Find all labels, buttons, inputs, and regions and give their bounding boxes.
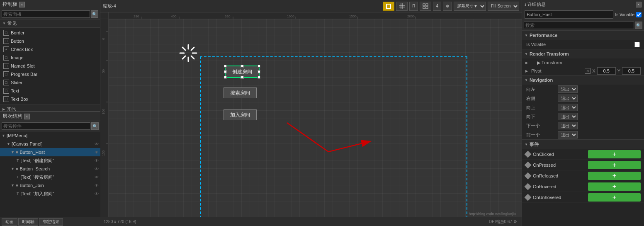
right-panel-close[interactable]: × [636, 2, 642, 7]
hierarchy-item-buttonsearch[interactable]: ▼ ■ Button_Search 👁 [0, 165, 100, 173]
hi-expand-canvas[interactable]: ▼ [7, 142, 11, 146]
svg-line-34 [191, 56, 194, 59]
tb-select-fillscreen[interactable]: Fill Screen [488, 2, 519, 11]
hi-eye-buttonhost[interactable]: 👁 [95, 150, 99, 155]
control-item-image[interactable]: □ Image [0, 53, 100, 62]
event-onhovered-row: OnHovered + [522, 181, 644, 192]
control-label-button: Button [11, 39, 24, 44]
hi-eye-buttonjoin[interactable]: 👁 [95, 183, 99, 188]
svg-text:100: 100 [102, 109, 105, 114]
event-onhovered-add[interactable]: + [588, 182, 641, 191]
hi-expand-buttonsearch[interactable]: ▼ [11, 167, 15, 171]
tb-btn-grid2[interactable] [420, 2, 431, 11]
event-onunhovered-icon [525, 194, 532, 201]
hi-label-text-join: [Text] "加入房间" [21, 191, 54, 197]
tb-btn-square[interactable] [383, 2, 394, 11]
nav-left-label: 向左 [526, 86, 555, 92]
pivot-y-label: Y [617, 68, 620, 73]
bottom-tabs: 动画 时间轴 绑定结果 [0, 217, 100, 226]
dpi-label: DPI缩放0.67 [489, 219, 512, 225]
hierarchy-panel-close[interactable]: × [24, 114, 30, 119]
control-panel-search-btn[interactable]: 🔍 [91, 10, 98, 18]
svg-text:1000: 1000 [287, 15, 294, 18]
is-variable-checkbox[interactable] [636, 12, 642, 17]
control-item-textbox[interactable]: □ Text Box [0, 95, 100, 103]
event-onreleased-icon [525, 172, 532, 179]
hierarchy-item-text-join[interactable]: T [Text] "加入房间" 👁 [0, 190, 100, 198]
control-panel-search-input[interactable] [2, 10, 90, 18]
canvas-area: 缩放-4 R [100, 0, 522, 226]
canvas-viewport[interactable]: 创建房间 搜索房间 加入房间 [109, 19, 522, 217]
tab-binding[interactable]: 绑定结果 [39, 218, 63, 226]
hi-eye-text-createroom[interactable]: 👁 [95, 158, 99, 163]
event-onreleased-add[interactable]: + [588, 172, 641, 180]
hierarchy-item-buttonhost[interactable]: ▼ ■ Button_Host 👁 [0, 148, 100, 156]
event-onpressed-row: OnPressed + [522, 160, 644, 170]
tab-timeline[interactable]: 时间轴 [18, 218, 38, 226]
dpi-button[interactable]: DPI缩放0.67 ⚙ [489, 219, 518, 225]
pivot-anchor-icon[interactable]: ⊕ [585, 68, 591, 74]
canvas-button-join[interactable]: 加入房间 [224, 109, 257, 120]
is-volatile-checkbox[interactable] [634, 42, 640, 47]
event-onunhovered-add[interactable]: + [588, 193, 641, 202]
pivot-y-input[interactable] [622, 67, 641, 75]
control-item-checkbox[interactable]: ✓ Check Box [0, 45, 100, 53]
tab-animation[interactable]: 动画 [2, 218, 17, 226]
event-onclicked-add[interactable]: + [588, 150, 641, 158]
hi-expand-buttonjoin[interactable]: ▼ [11, 183, 15, 187]
tb-btn-grid[interactable] [396, 2, 408, 11]
hierarchy-search-input[interactable] [2, 122, 90, 130]
hierarchy-item-mpmenu[interactable]: ▼ [MPMenu] [0, 131, 100, 140]
hi-eye-text-join[interactable]: 👁 [95, 192, 99, 196]
events-section-header[interactable]: ▼ 事件 [522, 140, 644, 149]
control-label-textbox: Text Box [11, 97, 28, 102]
control-label-border: Border [11, 30, 24, 35]
event-onreleased-label: OnReleased [533, 173, 586, 178]
nav-right-select[interactable]: 退出 [558, 95, 578, 102]
control-item-namedslot[interactable]: □ Named Slot [0, 62, 100, 70]
control-item-border[interactable]: □ Border [0, 29, 100, 37]
control-item-button[interactable]: □ Button [0, 37, 100, 45]
tb-btn-r[interactable]: R [409, 2, 418, 11]
event-onclicked-icon [525, 151, 532, 158]
canvas-button-host[interactable]: 创建房间 [225, 66, 260, 78]
event-onpressed-icon [525, 161, 532, 168]
hi-expand-buttonhost[interactable]: ▼ [11, 150, 15, 154]
nav-next-select[interactable]: 退出 [558, 122, 578, 129]
performance-section-header[interactable]: ▼ Performance [522, 31, 644, 40]
control-item-progressbar[interactable]: □ Progress Bar [0, 70, 100, 78]
canvas-size-label: 1280 x 720 (16:9) [104, 219, 136, 224]
event-onpressed-add[interactable]: + [588, 161, 641, 169]
hi-eye-canvas[interactable]: 👁 [95, 142, 99, 146]
nav-down-select[interactable]: 退出 [558, 113, 578, 120]
transform-expand[interactable]: ▶ [525, 61, 530, 65]
pivot-x-input[interactable] [597, 67, 616, 75]
hierarchy-item-canvas[interactable]: ▼ [Canvas Panel] 👁 [0, 140, 100, 148]
right-panel-search-input[interactable] [524, 22, 634, 29]
component-name-input[interactable] [525, 10, 613, 19]
nav-prev-select[interactable]: 退出 [558, 131, 578, 139]
rendertransform-header[interactable]: ▼ Render Transform [522, 49, 644, 58]
nav-up-select[interactable]: 退出 [558, 104, 578, 111]
hi-eye-text-search[interactable]: 👁 [95, 175, 99, 180]
hierarchy-item-text-createroom[interactable]: T [Text] "创建房间" 👁 [0, 156, 100, 165]
tb-select-screensize[interactable]: 屏幕尺寸▼ [454, 2, 486, 11]
control-item-slider[interactable]: □ Slider [0, 78, 100, 87]
pivot-expand[interactable]: ▶ [525, 69, 530, 73]
hi-expand-mpmenu[interactable]: ▼ [2, 134, 6, 138]
canvas-button-search[interactable]: 搜索房间 [224, 87, 257, 98]
right-panel-search-btn[interactable]: 🔍 [635, 22, 642, 29]
navigation-section-header[interactable]: ▼ Navigation [522, 75, 644, 85]
hierarchy-item-text-search[interactable]: T [Text] "搜索房间" 👁 [0, 173, 100, 181]
gear-icon[interactable]: ⚙ [513, 219, 518, 224]
nav-left-select[interactable]: 退出 [558, 85, 578, 93]
hierarchy-search-btn[interactable]: 🔍 [91, 122, 99, 130]
canvas-button-search-label: 搜索房间 [230, 90, 250, 97]
hi-eye-buttonsearch[interactable]: 👁 [95, 167, 99, 171]
tb-btn-plus[interactable]: ⊕ [443, 2, 452, 11]
control-item-text[interactable]: □ Text [0, 87, 100, 95]
tb-btn-4[interactable]: 4 [433, 2, 441, 11]
control-panel-close[interactable]: × [19, 2, 25, 7]
transform-label: ▶ Transform [531, 60, 562, 66]
hierarchy-item-buttonjoin[interactable]: ▼ ■ Button_Join 👁 [0, 181, 100, 190]
